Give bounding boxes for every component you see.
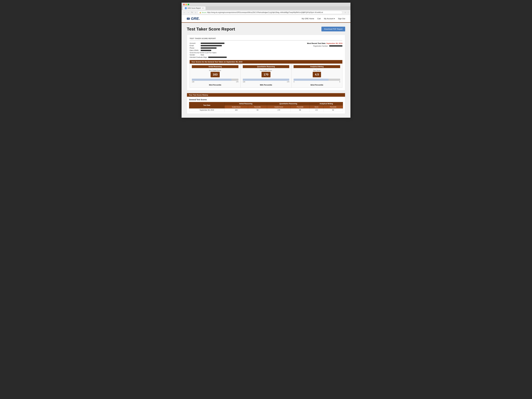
bookmark-icon[interactable]: ☆ bbox=[344, 11, 346, 13]
quant-score-column: Quantitative Reasoning Your Scaled Score… bbox=[241, 63, 291, 88]
writing-bar-labels: 0 6 bbox=[294, 81, 340, 82]
gre-logo: GRE. bbox=[191, 17, 200, 21]
row-writing-percentile: 82 bbox=[323, 108, 343, 112]
registration-value-redacted bbox=[329, 45, 342, 47]
verbal-max: 170 bbox=[236, 81, 238, 82]
verbal-scaled-label: Your Scaled Score: bbox=[209, 70, 221, 71]
row-writing-score: 4.5 bbox=[310, 108, 323, 112]
secure-badge: 🔒 Secure bbox=[199, 12, 206, 13]
cart-link[interactable]: Cart bbox=[317, 18, 321, 20]
url-text: https://ereg.ets.org/ereg/scorereports/e… bbox=[207, 12, 323, 13]
col-quant-header: Quantitative Reasoning bbox=[267, 102, 310, 105]
writing-score-column: Analytical Writing Your Score: 4.5 0 6 bbox=[291, 63, 342, 88]
email-label: Email: bbox=[190, 45, 200, 47]
browser-window: G GRE Score Report ✕ ← → ↻ ⌂ 🔒 Secure ht… bbox=[182, 3, 350, 118]
quant-max: 170 bbox=[287, 81, 289, 82]
col-quant-percentile: Percentile bbox=[291, 105, 310, 108]
writing-max: 6 bbox=[339, 81, 340, 82]
major-value-redacted bbox=[208, 57, 227, 58]
quant-title: Quantitative Reasoning bbox=[243, 65, 289, 68]
minimize-window-btn[interactable] bbox=[185, 4, 187, 5]
dob-value-redacted bbox=[201, 50, 211, 51]
account-value-redacted bbox=[201, 43, 224, 44]
col-writing-header: Analytical Writing bbox=[310, 102, 343, 105]
my-gre-home-link[interactable]: My GRE Home bbox=[302, 18, 314, 20]
browser-chrome: G GRE Score Report ✕ ← → ↻ ⌂ 🔒 Secure ht… bbox=[182, 3, 350, 15]
row-test-date: September 08, 2019 bbox=[189, 108, 225, 112]
ets-badge: ets bbox=[187, 18, 190, 20]
history-body: General Test Scores Test Date Verbal Rea… bbox=[187, 97, 345, 114]
most-recent-label: Most Recent Test Date: bbox=[307, 42, 326, 44]
verbal-score-badge: 163 bbox=[211, 72, 220, 77]
writing-bar: 0 6 bbox=[294, 79, 340, 82]
score-report-card: TEST TAKER SCORE REPORT Account: Email: … bbox=[187, 35, 345, 90]
col-quant-scaled: Scaled Score bbox=[267, 105, 291, 108]
forward-btn[interactable]: → bbox=[187, 11, 190, 14]
verbal-bar: 130 170 bbox=[192, 79, 238, 82]
scores-header: Your Scores for the General Test Taken o… bbox=[190, 60, 342, 63]
refresh-btn[interactable]: ↻ bbox=[191, 11, 193, 14]
logo-area: ets GRE. bbox=[187, 17, 200, 21]
quant-score-badge: 170 bbox=[261, 72, 271, 77]
my-account-link[interactable]: My Account ▾ bbox=[324, 18, 335, 20]
verbal-bar-fill bbox=[192, 79, 231, 81]
quant-percentile: 96th Percentile bbox=[260, 84, 272, 86]
col-verbal-header: Verbal Reasoning bbox=[224, 102, 267, 105]
row-quant-percentile: 96 bbox=[291, 108, 310, 112]
tab-title: GRE Score Report bbox=[188, 7, 201, 9]
address-bar[interactable]: 🔒 Secure https://ereg.ets.org/ereg/score… bbox=[198, 11, 342, 14]
scores-container: Verbal Reasoning Your Scaled Score: 163 … bbox=[190, 63, 342, 88]
nav-links: My GRE Home Cart My Account ▾ Sign Out bbox=[302, 18, 345, 20]
phone-label: Phone: bbox=[190, 47, 200, 49]
ssn-label: Social Security Number (Last Four Digits… bbox=[190, 52, 217, 53]
address-bar-icons: ☆ ⋮ bbox=[344, 11, 349, 13]
titlebar bbox=[182, 3, 350, 6]
gender-label: Gender: bbox=[190, 54, 200, 56]
download-pdf-btn[interactable]: Download PDF Report bbox=[321, 27, 345, 32]
writing-bar-fill bbox=[294, 79, 329, 81]
row-verbal-scaled: 163 bbox=[224, 108, 248, 112]
writing-min: 0 bbox=[294, 81, 294, 82]
quant-bar: 130 170 bbox=[243, 79, 289, 82]
dob-label: Date of Birth: bbox=[190, 50, 200, 51]
phone-value-redacted bbox=[201, 47, 216, 49]
page-title: Test Taker Score Report bbox=[187, 27, 235, 32]
home-btn[interactable]: ⌂ bbox=[195, 11, 196, 14]
maximize-window-btn[interactable] bbox=[188, 4, 189, 5]
tab-bar: G GRE Score Report ✕ bbox=[182, 6, 350, 10]
registration-label: Registration Number: bbox=[313, 45, 328, 47]
menu-icon[interactable]: ⋮ bbox=[347, 11, 349, 13]
quant-scaled-label: Your Scaled Score: bbox=[260, 70, 272, 71]
most-recent-date: September 08, 2019 bbox=[326, 42, 342, 44]
writing-score-badge: 4.5 bbox=[313, 72, 321, 77]
history-table: Test Date Verbal Reasoning Quantitative … bbox=[189, 102, 343, 112]
tab-favicon: G bbox=[185, 7, 187, 9]
table-row: September 08, 2019 163 93 170 96 4.5 82 bbox=[189, 108, 343, 112]
close-window-btn[interactable] bbox=[183, 4, 185, 5]
writing-title: Analytical Writing bbox=[294, 65, 340, 68]
browser-tab[interactable]: G GRE Score Report ✕ bbox=[183, 6, 206, 10]
col-verbal-scaled: Scaled Score bbox=[224, 105, 248, 108]
col-verbal-percentile: Percentile bbox=[248, 105, 267, 108]
page-content: ets GRE. My GRE Home Cart My Account ▾ S… bbox=[182, 15, 350, 118]
row-verbal-percentile: 93 bbox=[248, 108, 267, 112]
address-bar-row: ← → ↻ ⌂ 🔒 Secure https://ereg.ets.org/er… bbox=[182, 10, 350, 15]
major-label: Intended Graduate Major: bbox=[190, 56, 208, 58]
verbal-min: 130 bbox=[192, 81, 194, 82]
row-quant-scaled: 170 bbox=[267, 108, 291, 112]
back-btn[interactable]: ← bbox=[183, 11, 186, 14]
verbal-bar-bg bbox=[192, 79, 238, 81]
quant-bar-fill bbox=[243, 79, 289, 81]
verbal-title: Verbal Reasoning bbox=[192, 65, 238, 68]
sign-out-link[interactable]: Sign Out bbox=[338, 18, 345, 20]
email-value-redacted bbox=[201, 45, 222, 46]
col-test-date: Test Date bbox=[189, 102, 225, 108]
gender-value: Male bbox=[201, 54, 204, 56]
history-header: Your Test Score History bbox=[187, 93, 345, 97]
page-title-row: Test Taker Score Report Download PDF Rep… bbox=[187, 27, 345, 32]
writing-bar-bg bbox=[294, 79, 340, 81]
tab-close-btn[interactable]: ✕ bbox=[202, 7, 203, 9]
writing-score-label: Your Score: bbox=[313, 70, 321, 71]
history-subtitle: General Test Scores bbox=[189, 99, 343, 101]
site-nav: ets GRE. My GRE Home Cart My Account ▾ S… bbox=[182, 15, 350, 23]
